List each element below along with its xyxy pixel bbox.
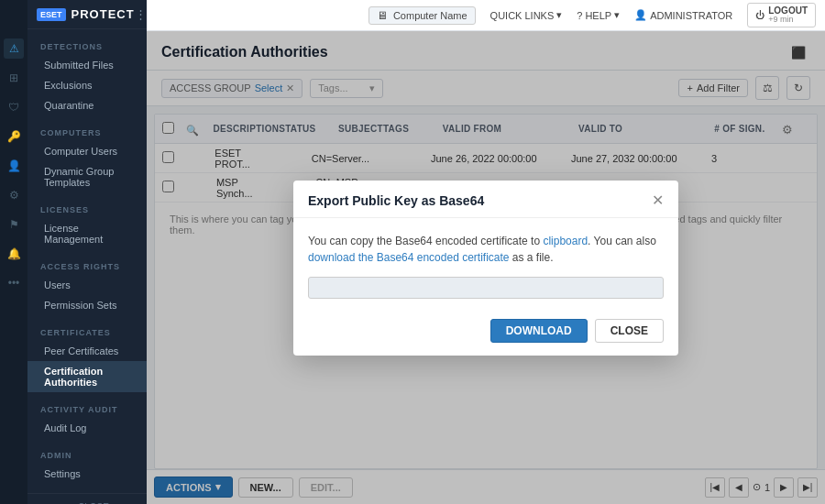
section-label-access-rights: ACCESS RIGHTS	[28, 249, 147, 275]
quick-links-chevron: ▾	[556, 9, 562, 21]
logout-time: +9 min	[768, 16, 808, 25]
section-label-admin: ADMIN	[28, 438, 147, 464]
modal-close-btn[interactable]: CLOSE	[595, 319, 664, 343]
section-label-licenses: LICENSES	[28, 192, 147, 218]
logout-btn[interactable]: ⏻ LOGOUT +9 min	[747, 3, 816, 27]
sidebar-brand-header: ESET PROTECT ⋮⋮⋮	[28, 0, 147, 29]
modal-download-button[interactable]: DOWNLOAD	[490, 319, 588, 343]
section-label-certificates: CERTIFICATES	[28, 315, 147, 341]
modal-description: You can copy the Base64 encoded certific…	[308, 233, 664, 266]
sidebar-item-dynamic-group-templates[interactable]: Dynamic Group Templates	[28, 161, 147, 192]
sidebar-section-computers: COMPUTERS Computer Users Dynamic Group T…	[28, 115, 147, 192]
sidebar-section-certificates: CERTIFICATES Peer Certificates Certifica…	[28, 315, 147, 392]
sidebar-close-toggle[interactable]: ◀ CLOSE	[28, 493, 147, 504]
modal-header: Export Public Key as Base64 ✕	[293, 181, 678, 218]
audit-log-label: Audit Log	[44, 422, 86, 433]
sidebar-icon-user[interactable]: 👤	[4, 156, 24, 176]
sidebar-brand-text: PROTECT	[72, 7, 135, 21]
monitor-icon: 🖥	[377, 9, 388, 22]
computer-name-display[interactable]: 🖥 Computer Name	[368, 6, 476, 25]
admin-label: ADMINISTRATOR	[650, 10, 732, 21]
content-area: Certification Authorities ⬛ ACCESS GROUP…	[147, 31, 825, 504]
sidebar-item-peer-certificates[interactable]: Peer Certificates	[28, 341, 147, 361]
sidebar-icon-bell[interactable]: 🔔	[4, 244, 24, 264]
help-icon: ?	[577, 10, 582, 21]
sidebar: ⚠ ⊞ 🛡 🔑 👤 ⚙ ⚑ 🔔 ••• ESET PROTECT ⋮⋮⋮ DET…	[0, 0, 147, 504]
sidebar-item-submitted-files[interactable]: Submitted Files	[28, 55, 147, 75]
sidebar-item-settings[interactable]: Settings	[28, 464, 147, 484]
exclusions-label: Exclusions	[44, 80, 93, 91]
help-chevron: ▾	[614, 9, 620, 21]
license-management-label: License Management	[44, 223, 134, 245]
sidebar-item-quarantine[interactable]: Quarantine	[28, 95, 147, 115]
section-label-activity-audit: ACTIVITY AUDIT	[28, 392, 147, 418]
computer-name-text: Computer Name	[393, 10, 468, 21]
help-label: HELP	[585, 10, 611, 21]
sidebar-icon-key[interactable]: 🔑	[4, 126, 24, 147]
modal-footer: DOWNLOAD CLOSE	[293, 310, 678, 356]
certification-authorities-label: Certification Authorities	[44, 366, 134, 388]
settings-label: Settings	[44, 468, 81, 479]
sidebar-item-permission-sets[interactable]: Permission Sets	[28, 295, 147, 315]
modal-download-link[interactable]: download the Base64 encoded certificate	[308, 251, 510, 264]
sidebar-section-licenses: LICENSES License Management	[28, 192, 147, 249]
quick-links-btn[interactable]: QUICK LINKS ▾	[490, 9, 563, 21]
sidebar-item-exclusions[interactable]: Exclusions	[28, 75, 147, 95]
sidebar-section-admin: ADMIN Settings	[28, 438, 147, 484]
modal-base64-input[interactable]	[308, 277, 664, 299]
logout-icon: ⏻	[755, 10, 764, 20]
modal-close-button[interactable]: ✕	[652, 193, 664, 208]
sidebar-icon-dots[interactable]: •••	[4, 273, 24, 293]
quick-links-label: QUICK LINKS	[490, 10, 555, 21]
admin-btn[interactable]: 👤 ADMINISTRATOR	[634, 9, 732, 21]
sidebar-grid-icon[interactable]: ⋮⋮⋮	[135, 7, 147, 21]
sidebar-item-certification-authorities[interactable]: Certification Authorities	[28, 361, 147, 392]
help-btn[interactable]: ? HELP ▾	[577, 9, 620, 21]
computer-users-label: Computer Users	[44, 146, 117, 157]
dynamic-group-label: Dynamic Group Templates	[44, 166, 134, 188]
users-label: Users	[44, 279, 71, 290]
modal-title: Export Public Key as Base64	[308, 193, 652, 208]
sidebar-item-computer-users[interactable]: Computer Users	[28, 141, 147, 161]
modal-overlay: Export Public Key as Base64 ✕ You can co…	[147, 31, 825, 504]
quarantine-label: Quarantine	[44, 100, 94, 111]
sidebar-icons-strip: ⚠ ⊞ 🛡 🔑 👤 ⚙ ⚑ 🔔 •••	[0, 0, 28, 504]
main-wrapper: 🖥 Computer Name QUICK LINKS ▾ ? HELP ▾ 👤…	[147, 0, 825, 504]
sidebar-section-access-rights: ACCESS RIGHTS Users Permission Sets	[28, 249, 147, 315]
sidebar-section-activity-audit: ACTIVITY AUDIT Audit Log	[28, 392, 147, 438]
sidebar-section-detections: DETECTIONS Submitted Files Exclusions Qu…	[28, 29, 147, 115]
eset-logo: ESET	[37, 8, 66, 21]
modal-clipboard-link[interactable]: clipboard	[543, 235, 588, 247]
section-label-computers: COMPUTERS	[28, 115, 147, 141]
submitted-files-label: Submitted Files	[44, 60, 114, 71]
sidebar-item-license-management[interactable]: License Management	[28, 218, 147, 249]
sidebar-icon-flag[interactable]: ⚑	[4, 214, 24, 235]
sidebar-icon-shield2[interactable]: 🛡	[4, 97, 24, 117]
sidebar-icon-gear[interactable]: ⚙	[4, 185, 24, 205]
user-icon: 👤	[634, 9, 647, 21]
topbar: 🖥 Computer Name QUICK LINKS ▾ ? HELP ▾ 👤…	[147, 0, 825, 31]
sidebar-item-users[interactable]: Users	[28, 275, 147, 295]
sidebar-icon-grid[interactable]: ⊞	[4, 68, 24, 88]
sidebar-item-audit-log[interactable]: Audit Log	[28, 418, 147, 438]
export-modal: Export Public Key as Base64 ✕ You can co…	[293, 181, 678, 356]
permission-sets-label: Permission Sets	[44, 300, 116, 311]
sidebar-icon-shield[interactable]: ⚠	[4, 38, 24, 59]
section-label-detections: DETECTIONS	[28, 29, 147, 55]
sidebar-nav: ESET PROTECT ⋮⋮⋮ DETECTIONS Submitted Fi…	[28, 0, 147, 504]
peer-certificates-label: Peer Certificates	[44, 345, 118, 356]
modal-body: You can copy the Base64 encoded certific…	[293, 218, 678, 310]
